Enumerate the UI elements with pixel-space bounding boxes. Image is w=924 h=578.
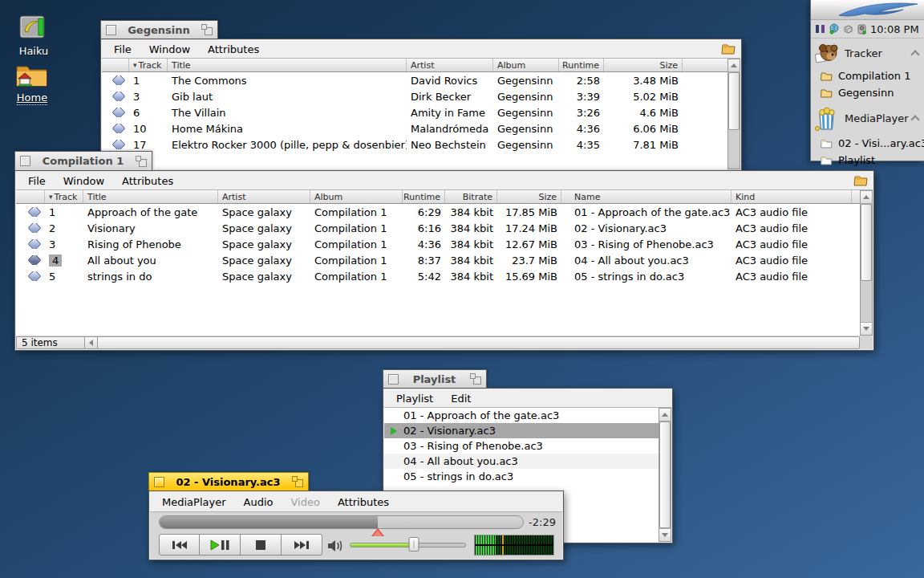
seek-bar[interactable]	[159, 515, 524, 529]
folder-icon[interactable]	[721, 43, 736, 55]
playlist-item[interactable]: 04 - All about you.ac3	[384, 454, 659, 469]
deskbar-app-tracker[interactable]: Tracker	[811, 39, 924, 67]
menu-mediaplayer[interactable]: MediaPlayer	[153, 495, 235, 510]
column-header-track[interactable]: ▾Track	[45, 190, 83, 203]
menu-file[interactable]: File	[105, 42, 140, 57]
table-row[interactable]: 6 The Villain Amity in Fame Gegensinn 3:…	[102, 104, 727, 120]
column-header-kind[interactable]: Kind	[732, 190, 852, 203]
network-status-icon[interactable]	[829, 23, 840, 35]
stop-button[interactable]	[241, 534, 282, 556]
home-folder-icon	[8, 59, 56, 92]
position-marker-icon[interactable]	[371, 528, 384, 536]
menu-audio[interactable]: Audio	[235, 495, 282, 510]
playlist-item[interactable]: 03 - Rising of Phenobe.ac3	[384, 438, 659, 454]
playlist-item[interactable]: 01 - Approach of the gate.ac3	[384, 408, 659, 423]
column-header-runtime[interactable]: Runtime	[403, 190, 445, 203]
column-header-album[interactable]: Album	[493, 59, 559, 71]
column-header-size[interactable]: Size	[604, 59, 683, 71]
speaker-icon[interactable]	[327, 539, 345, 553]
menu-attributes[interactable]: Attributes	[113, 173, 182, 189]
desktop-icon-haiku[interactable]: Haiku	[10, 11, 58, 57]
folder-icon[interactable]	[853, 174, 869, 187]
column-header-blank[interactable]	[102, 59, 129, 71]
vertical-scrollbar[interactable]	[659, 408, 671, 542]
cell-kind: AC3 audio file	[732, 238, 852, 250]
scroll-down-button[interactable]	[659, 528, 671, 541]
media-mixer-icon[interactable]	[856, 23, 868, 35]
deskbar-window-playlist[interactable]: Playlist	[811, 152, 924, 169]
deskbar-app-mediaplayer[interactable]: MediaPlayer	[811, 101, 924, 135]
column-header-name[interactable]: Name	[561, 190, 732, 203]
table-row[interactable]: 3 Rising of Phenobe Space galaxy Compila…	[16, 236, 860, 252]
column-header-bitrate[interactable]: Bitrate	[445, 190, 497, 203]
close-button[interactable]	[388, 374, 399, 385]
scrollbar-thumb[interactable]	[728, 72, 740, 130]
table-row-selected[interactable]: 4 All about you Space galaxy Compilation…	[16, 252, 860, 268]
horizontal-scrollbar-thumb[interactable]	[98, 336, 860, 349]
menu-attributes[interactable]: Attributes	[329, 495, 398, 510]
table-row[interactable]: 1 The Commons David Rovics Gegensinn 2:5…	[102, 72, 727, 88]
close-button[interactable]	[154, 477, 164, 487]
menu-attributes[interactable]: Attributes	[199, 42, 268, 57]
table-row[interactable]: 1 Approach of the gate Space galaxy Comp…	[16, 204, 860, 220]
gegensinn-menubar: File Window Attributes	[102, 40, 740, 59]
vertical-scrollbar[interactable]	[860, 190, 873, 336]
table-row[interactable]: 3 Gib laut Dirk Becker Gegensinn 3:39 5.…	[102, 88, 727, 104]
menu-file[interactable]: File	[19, 173, 55, 189]
scroll-down-button[interactable]	[861, 322, 872, 335]
table-row[interactable]: 2 Visionary Space galaxy Compilation 1 6…	[16, 220, 860, 236]
menu-playlist[interactable]: Playlist	[387, 391, 442, 406]
column-header-artist[interactable]: Artist	[407, 59, 493, 71]
volume-slider[interactable]	[350, 536, 466, 552]
gegensinn-window-tab[interactable]: Gegensinn	[100, 20, 218, 39]
deskbar-window-visionary[interactable]: 02 - Visi...ary.ac3	[811, 135, 924, 152]
column-header-size[interactable]: Size	[497, 190, 561, 203]
menu-window[interactable]: Window	[55, 173, 113, 189]
column-header-artist[interactable]: Artist	[218, 190, 310, 203]
process-controller-icon[interactable]	[815, 23, 826, 35]
playlist-item-playing[interactable]: 02 - Visionary.ac3	[384, 423, 659, 438]
now-playing-icon	[391, 427, 397, 435]
collapse-arrow-icon[interactable]	[910, 115, 919, 124]
mediaplayer-window-tab[interactable]: 02 - Visionary.ac3	[148, 472, 309, 490]
column-headers: ▾Track Title Artist Album Runtime Size	[102, 59, 727, 72]
scroll-left-button[interactable]	[85, 336, 98, 349]
zoom-button[interactable]	[470, 373, 481, 385]
column-header-title[interactable]: Title	[83, 190, 218, 203]
scrollbar-thumb[interactable]	[861, 204, 872, 281]
previous-track-button[interactable]	[159, 534, 200, 556]
scrollbar-thumb[interactable]	[659, 421, 671, 528]
playlist-item[interactable]: 05 - strings in do.ac3	[384, 469, 659, 484]
zoom-button[interactable]	[292, 476, 303, 487]
table-row[interactable]: 5 strings in do Space galaxy Compilation…	[16, 268, 860, 284]
playlist-window-tab[interactable]: Playlist	[383, 369, 487, 388]
column-header-title[interactable]: Title	[168, 59, 407, 71]
compilation-window-tab[interactable]: Compilation 1	[14, 151, 152, 170]
column-header-album[interactable]: Album	[310, 190, 403, 203]
volume-thumb[interactable]	[408, 537, 419, 552]
zoom-button[interactable]	[136, 156, 147, 167]
table-row[interactable]: 17 Elektro Rocker 3000 (pille, pepp & do…	[102, 136, 727, 153]
close-button[interactable]	[106, 25, 116, 35]
zoom-button[interactable]	[201, 24, 213, 35]
collapse-arrow-icon[interactable]	[910, 50, 919, 59]
close-button[interactable]	[20, 156, 30, 166]
scroll-up-button[interactable]	[861, 191, 872, 204]
scroll-up-button[interactable]	[659, 409, 671, 421]
clock[interactable]: 10:08 PM	[870, 23, 919, 35]
menu-edit[interactable]: Edit	[442, 391, 480, 406]
vertical-scrollbar[interactable]	[727, 59, 740, 169]
table-row[interactable]: 10 Home Mákina Malandrómeda Gegensinn 4:…	[102, 120, 727, 136]
deskbar-menu[interactable]	[811, 0, 924, 20]
scroll-up-button[interactable]	[728, 59, 740, 72]
next-track-button[interactable]	[282, 534, 322, 556]
column-header-track[interactable]: ▾Track	[129, 59, 168, 71]
menu-window[interactable]: Window	[140, 42, 199, 57]
package-daemon-icon[interactable]	[842, 23, 853, 35]
play-pause-button[interactable]	[200, 534, 241, 556]
column-header-runtime[interactable]: Runtime	[559, 59, 604, 71]
column-header-blank[interactable]	[16, 190, 45, 203]
desktop-icon-home[interactable]: Home	[8, 59, 56, 105]
deskbar-window-gegensinn[interactable]: Gegensinn	[811, 84, 924, 101]
deskbar-window-compilation[interactable]: Compilation 1	[811, 67, 924, 84]
